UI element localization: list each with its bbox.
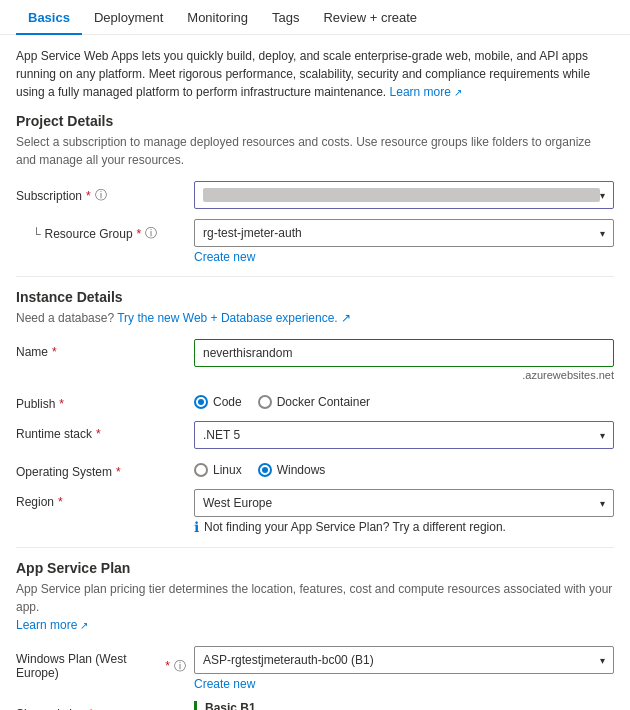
sku-name: Basic B1 (205, 701, 614, 710)
subscription-chevron-icon: ▾ (600, 190, 605, 201)
name-label: Name * (16, 339, 186, 359)
intro-description: App Service Web Apps lets you quickly bu… (16, 47, 614, 101)
resource-group-control: rg-test-jmeter-auth ▾ Create new (194, 219, 614, 264)
section-divider-1 (16, 276, 614, 277)
main-content: App Service Web Apps lets you quickly bu… (0, 35, 630, 710)
os-control: Linux Windows (194, 459, 614, 477)
os-linux-label: Linux (213, 463, 242, 477)
region-required: * (58, 495, 63, 509)
publish-row: Publish * Code Docker Container (16, 391, 614, 411)
runtime-chevron-icon: ▾ (600, 430, 605, 441)
windows-plan-dropdown[interactable]: ASP-rgtestjmeterauth-bc00 (B1) ▾ (194, 646, 614, 674)
resource-group-required: * (137, 227, 142, 241)
runtime-label: Runtime stack * (16, 421, 186, 441)
windows-plan-required: * (165, 659, 170, 673)
name-row: Name * .azurewebsites.net (16, 339, 614, 381)
region-row: Region * West Europe ▾ ℹ Not finding you… (16, 489, 614, 535)
app-service-plan-desc: App Service plan pricing tier determines… (16, 580, 614, 634)
subscription-label: Subscription * ⓘ (16, 181, 186, 204)
resource-group-chevron-icon: ▾ (600, 228, 605, 239)
publish-required: * (59, 397, 64, 411)
os-radio-group: Linux Windows (194, 459, 614, 477)
sku-control: Basic B1 100 total ACU, 1.75 GB memory (194, 701, 614, 710)
os-required: * (116, 465, 121, 479)
resource-group-info-icon[interactable]: ⓘ (145, 225, 157, 242)
resource-group-label: └ Resource Group * ⓘ (16, 219, 186, 242)
resource-group-dropdown[interactable]: rg-test-jmeter-auth ▾ (194, 219, 614, 247)
region-note-icon: ℹ (194, 519, 199, 535)
os-windows-radio[interactable] (258, 463, 272, 477)
tab-tags[interactable]: Tags (260, 0, 311, 35)
publish-docker-label: Docker Container (277, 395, 370, 409)
name-suffix: .azurewebsites.net (194, 369, 614, 381)
os-label: Operating System * (16, 459, 186, 479)
name-required: * (52, 345, 57, 359)
subscription-dropdown[interactable]: ▾ (194, 181, 614, 209)
publish-docker-option[interactable]: Docker Container (258, 395, 370, 409)
region-note: ℹ Not finding your App Service Plan? Try… (194, 520, 614, 535)
name-input[interactable] (194, 339, 614, 367)
os-row: Operating System * Linux Windows (16, 459, 614, 479)
publish-code-radio[interactable] (194, 395, 208, 409)
tab-bar: Basics Deployment Monitoring Tags Review… (0, 0, 630, 35)
subscription-info-icon[interactable]: ⓘ (95, 187, 107, 204)
tab-monitoring[interactable]: Monitoring (175, 0, 260, 35)
name-control: .azurewebsites.net (194, 339, 614, 381)
publish-docker-radio[interactable] (258, 395, 272, 409)
os-linux-radio[interactable] (194, 463, 208, 477)
region-dropdown[interactable]: West Europe ▾ (194, 489, 614, 517)
runtime-row: Runtime stack * .NET 5 ▾ (16, 421, 614, 449)
app-service-plan-title: App Service Plan (16, 560, 614, 576)
tab-basics[interactable]: Basics (16, 0, 82, 35)
runtime-required: * (96, 427, 101, 441)
instance-details-title: Instance Details (16, 289, 614, 305)
sku-value-box: Basic B1 100 total ACU, 1.75 GB memory (194, 701, 614, 710)
project-details-title: Project Details (16, 113, 614, 129)
os-windows-option[interactable]: Windows (258, 463, 326, 477)
subscription-row: Subscription * ⓘ ▾ (16, 181, 614, 209)
windows-plan-chevron-icon: ▾ (600, 655, 605, 666)
sku-row: Sku and size * Basic B1 100 total ACU, 1… (16, 701, 614, 710)
tab-review-create[interactable]: Review + create (311, 0, 429, 35)
sku-label: Sku and size * (16, 701, 186, 710)
tab-deployment[interactable]: Deployment (82, 0, 175, 35)
publish-label: Publish * (16, 391, 186, 411)
subscription-control: ▾ (194, 181, 614, 209)
publish-code-option[interactable]: Code (194, 395, 242, 409)
publish-radio-group: Code Docker Container (194, 391, 614, 409)
windows-plan-info-icon[interactable]: ⓘ (174, 658, 186, 675)
windows-plan-row: Windows Plan (West Europe) * ⓘ ASP-rgtes… (16, 646, 614, 691)
section-divider-2 (16, 547, 614, 548)
web-database-link[interactable]: Try the new Web + Database experience. ↗ (117, 311, 351, 325)
windows-plan-label: Windows Plan (West Europe) * ⓘ (16, 646, 186, 680)
windows-plan-create-new-link[interactable]: Create new (194, 677, 614, 691)
region-label: Region * (16, 489, 186, 509)
app-service-learn-more-link[interactable]: Learn more (16, 618, 88, 632)
region-chevron-icon: ▾ (600, 498, 605, 509)
region-control: West Europe ▾ ℹ Not finding your App Ser… (194, 489, 614, 535)
resource-group-create-new-link[interactable]: Create new (194, 250, 614, 264)
learn-more-link[interactable]: Learn more (390, 85, 462, 99)
publish-code-label: Code (213, 395, 242, 409)
subscription-required: * (86, 189, 91, 203)
project-details-desc: Select a subscription to manage deployed… (16, 133, 614, 169)
publish-control: Code Docker Container (194, 391, 614, 409)
resource-group-row: └ Resource Group * ⓘ rg-test-jmeter-auth… (16, 219, 614, 264)
os-linux-option[interactable]: Linux (194, 463, 242, 477)
runtime-dropdown[interactable]: .NET 5 ▾ (194, 421, 614, 449)
instance-details-desc: Need a database? Try the new Web + Datab… (16, 309, 614, 327)
windows-plan-control: ASP-rgtestjmeterauth-bc00 (B1) ▾ Create … (194, 646, 614, 691)
runtime-control: .NET 5 ▾ (194, 421, 614, 449)
os-windows-label: Windows (277, 463, 326, 477)
